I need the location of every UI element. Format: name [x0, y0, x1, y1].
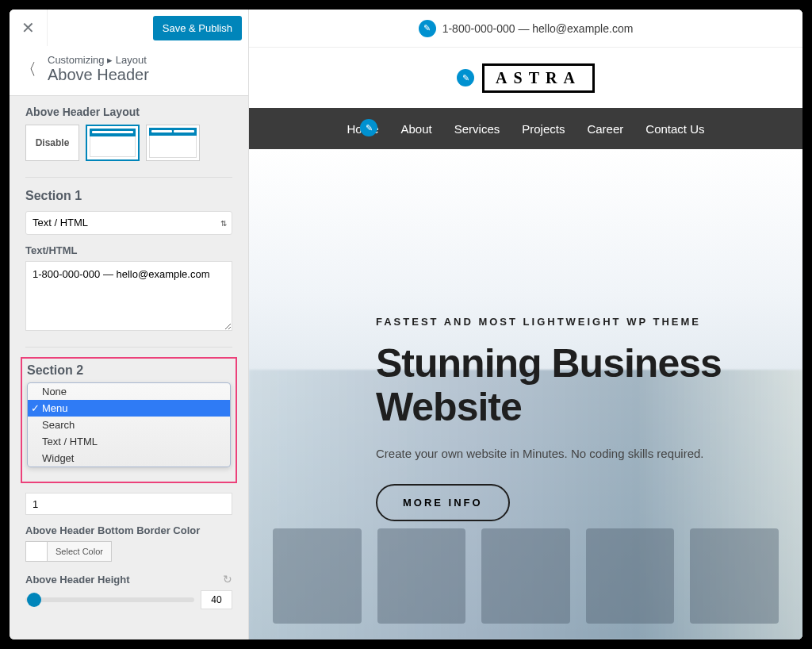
dropdown-option-widget[interactable]: Widget [28, 450, 230, 467]
layout-options: Disable [25, 125, 232, 161]
color-swatch[interactable] [25, 541, 48, 562]
back-button[interactable]: 〈 [10, 59, 48, 80]
nav-services[interactable]: Services [454, 122, 500, 136]
layout-option-disable[interactable]: Disable [25, 125, 79, 161]
height-value-input[interactable] [201, 590, 232, 609]
dropdown-option-menu[interactable]: Menu [28, 400, 230, 417]
preview-topbar: ✎ 1-800-000-000 — hello@example.com [249, 10, 802, 48]
preview-pane: ✎ 1-800-000-000 — hello@example.com ✎ AS… [249, 10, 802, 639]
nav-career[interactable]: Career [587, 122, 623, 136]
topbar-text: 1-800-000-000 — hello@example.com [442, 22, 634, 35]
edit-icon[interactable]: ✎ [360, 119, 377, 136]
save-publish-button[interactable]: Save & Publish [153, 16, 242, 40]
hero-tagline: FASTEST AND MOST LIGHTWEIGHT WP THEME [376, 316, 771, 328]
hero-title: Stunning Business Website [376, 342, 771, 429]
logo-row: ✎ ASTRA [249, 48, 802, 108]
section2-dropdown[interactable]: None Menu Search Text / HTML Widget [27, 382, 231, 467]
texthtml-label: Text/HTML [10, 244, 248, 261]
hero-subtitle: Create your own website in Minutes. No c… [376, 447, 771, 460]
dropdown-option-none[interactable]: None [28, 383, 230, 400]
close-icon[interactable]: ✕ [10, 10, 48, 46]
customizer-sidebar: ✕ Save & Publish 〈 Customizing ▸ Layout … [10, 10, 249, 639]
edit-icon[interactable]: ✎ [457, 69, 474, 86]
layout-label: Above Header Layout [25, 106, 232, 118]
dropdown-option-texthtml[interactable]: Text / HTML [28, 433, 230, 450]
page-title: Above Header [48, 66, 237, 84]
height-label: Above Header Height [25, 574, 129, 586]
hero-section: FASTEST AND MOST LIGHTWEIGHT WP THEME St… [249, 149, 802, 639]
section2-title: Section 2 [27, 363, 231, 382]
border-color-label: Above Header Bottom Border Color [10, 524, 248, 541]
section2-highlight: Section 2 None Menu Search Text / HTML W… [21, 357, 237, 483]
height-slider[interactable] [25, 597, 194, 602]
nav-row: ✎ Home About Services Projects Career Co… [249, 108, 802, 149]
section1-title: Section 1 [10, 184, 248, 211]
nav-contact[interactable]: Contact Us [645, 122, 704, 136]
select-color-button[interactable]: Select Color [48, 541, 112, 562]
breadcrumb: Customizing ▸ Layout [48, 54, 237, 66]
slider-thumb[interactable] [27, 593, 41, 607]
section1-select[interactable]: Text / HTML [25, 211, 232, 235]
dropdown-option-search[interactable]: Search [28, 417, 230, 433]
site-logo[interactable]: ASTRA [482, 63, 595, 93]
layout-option-split[interactable] [146, 125, 200, 161]
nav-projects[interactable]: Projects [522, 122, 565, 136]
texthtml-textarea[interactable] [25, 261, 232, 331]
border-size-input[interactable] [25, 493, 232, 515]
nav-about[interactable]: About [401, 122, 432, 136]
edit-icon[interactable]: ✎ [419, 20, 436, 37]
more-info-button[interactable]: MORE INFO [376, 484, 510, 521]
layout-option-single[interactable] [86, 125, 140, 161]
reset-icon[interactable]: ↻ [223, 573, 232, 586]
